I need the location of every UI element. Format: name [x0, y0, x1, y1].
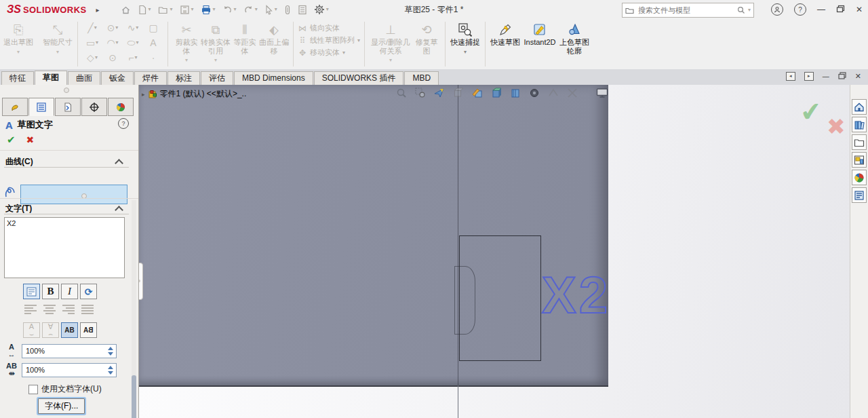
custom-properties-icon[interactable]	[852, 187, 867, 203]
caret-down-icon[interactable]: ▾	[213, 7, 216, 12]
tab-mbd-dimensions[interactable]: MBD Dimensions	[234, 71, 313, 85]
tree-expand-arrow-icon[interactable]: ▸	[142, 91, 145, 98]
spacing-spinner[interactable]	[106, 366, 115, 375]
search-box[interactable]: ▾	[622, 3, 754, 18]
align-right-icon[interactable]	[61, 304, 76, 315]
spin-down-icon[interactable]	[108, 352, 113, 356]
caret-down-icon[interactable]: ▾	[326, 7, 329, 12]
view-palette-icon[interactable]	[852, 152, 867, 168]
attachments-icon[interactable]	[282, 3, 293, 16]
width-factor-spinner[interactable]	[106, 347, 115, 356]
search-input[interactable]	[637, 5, 734, 15]
rotate-text-button[interactable]: ⟳	[80, 284, 97, 299]
part-edge[interactable]	[458, 85, 458, 385]
caret-down-icon[interactable]: ▾	[185, 57, 188, 63]
cancel-button[interactable]: ✖	[26, 134, 35, 145]
tab-weldments[interactable]: 焊件	[134, 71, 167, 85]
spacing-input[interactable]	[22, 365, 106, 375]
polygon-tool-icon[interactable]: ◇▾	[82, 52, 102, 63]
appearances-icon[interactable]	[852, 170, 867, 185]
select-icon[interactable]: ▾	[262, 3, 279, 16]
apply-scene-icon[interactable]	[490, 88, 502, 98]
restore-button[interactable]	[836, 3, 845, 16]
redo-icon[interactable]: ▾	[241, 3, 260, 16]
caret-down-icon[interactable]: ▾	[255, 7, 258, 12]
panel-scrollbar-thumb[interactable]	[132, 375, 136, 418]
sketch-text-preview[interactable]: X2	[542, 269, 610, 321]
sketch-line[interactable]	[458, 385, 458, 418]
zoom-fit-icon[interactable]	[395, 88, 408, 98]
caret-down-icon[interactable]: ▾	[234, 7, 237, 12]
close-button[interactable]: ✕	[856, 5, 863, 14]
tab-features[interactable]: 特征	[1, 71, 34, 85]
panel-help-icon[interactable]: ?	[118, 118, 129, 129]
pane-forward-icon[interactable]: ▸	[804, 72, 814, 81]
search-icon[interactable]	[737, 6, 745, 14]
linear-sketch-pattern-button[interactable]: ⠿线性草图阵列▾	[298, 35, 360, 45]
ellipse-tool-icon[interactable]: ⬭▾	[123, 37, 143, 49]
align-justify-icon[interactable]	[80, 304, 95, 315]
rapid-sketch-button[interactable]: 快速草图	[490, 20, 521, 47]
minimize-button[interactable]: —	[817, 5, 825, 14]
tab-sketch[interactable]: 草图	[35, 71, 67, 85]
menu-expand-arrow-icon[interactable]: ▸	[96, 6, 100, 14]
caret-down-icon[interactable]: ▾	[357, 38, 360, 43]
3d-sketch-icon[interactable]: ▢	[143, 22, 163, 33]
save-icon[interactable]: ▾	[178, 3, 196, 16]
tab-sheet-metal[interactable]: 钣金	[101, 71, 134, 85]
bold-button[interactable]: B	[42, 284, 59, 299]
panel-scrollbar[interactable]	[132, 200, 136, 416]
feature-manager-tab-icon[interactable]	[2, 98, 28, 116]
sketch-visibility-icon[interactable]	[547, 88, 559, 98]
home-icon[interactable]	[852, 99, 867, 115]
new-document-icon[interactable]: ▾	[136, 3, 153, 16]
help-icon[interactable]: ?	[794, 3, 806, 16]
options-gear-icon[interactable]: ▾	[312, 3, 331, 16]
print-icon[interactable]: ▾	[199, 3, 218, 16]
caret-down-icon[interactable]: ▾	[464, 49, 467, 55]
instant2d-button[interactable]: Instant2D	[521, 20, 559, 47]
document-minimize-button[interactable]: —	[823, 73, 829, 80]
caret-down-icon[interactable]: ▾	[149, 7, 151, 12]
spin-up-icon[interactable]	[108, 366, 113, 369]
section-view-icon[interactable]	[452, 88, 465, 98]
flip-vertical-up-button[interactable]: A⌣	[23, 322, 40, 338]
quick-snaps-button[interactable]: 快速捕捉 ▾	[450, 20, 481, 55]
confirmation-ok-icon[interactable]: ✔	[799, 96, 823, 128]
collapse-chevron-icon[interactable]	[115, 206, 123, 214]
panel-splitter-dot[interactable]	[64, 88, 69, 93]
caret-down-icon[interactable]: ▾	[17, 49, 20, 55]
spin-down-icon[interactable]	[108, 371, 113, 375]
relations-visibility-icon[interactable]	[566, 88, 578, 98]
tab-surfaces[interactable]: 曲面	[68, 71, 100, 85]
italic-button[interactable]: I	[61, 284, 78, 299]
document-restore-button[interactable]	[838, 70, 846, 82]
graphics-viewport[interactable]: X2 ▸ 零件1 (默认) <<默认>_.. ✔ ✖	[139, 85, 850, 418]
link-to-property-button[interactable]	[23, 284, 40, 299]
smart-dimension-button[interactable]: ⤡ 智能尺寸 ▾	[42, 20, 73, 55]
caret-down-icon[interactable]: ▾	[389, 57, 392, 63]
exit-sketch-button[interactable]: ⎘ 退出草图 ▾	[3, 20, 34, 55]
caret-down-icon[interactable]: ▾	[214, 57, 217, 63]
curve-section-header[interactable]: 曲线(C)	[0, 155, 130, 168]
flip-horizontal-back-button[interactable]: BA	[80, 322, 97, 338]
display-delete-relations-button[interactable]: ⊥ 显示/删除几何关系 ▾	[369, 20, 412, 63]
ok-button[interactable]: ✔	[7, 134, 16, 146]
document-close-button[interactable]: ✕	[855, 72, 861, 81]
configuration-manager-tab-icon[interactable]	[55, 98, 81, 116]
undo-icon[interactable]: ▾	[220, 3, 239, 16]
circle-tool-icon[interactable]: ⊙▾	[102, 22, 123, 33]
use-document-font-row[interactable]: 使用文档字体(U)	[28, 383, 102, 395]
repair-sketch-button[interactable]: ⟲ 修复草图	[412, 20, 441, 55]
fillet-tool-icon[interactable]: ⌐▾	[123, 52, 143, 63]
caret-down-icon[interactable]: ▾	[170, 7, 173, 12]
font-button[interactable]: 字体(F)...	[38, 398, 85, 414]
tab-mbd[interactable]: MBD	[404, 71, 439, 85]
tab-solidworks-addins[interactable]: SOLIDWORKS 插件	[314, 71, 404, 85]
task-list-icon[interactable]	[296, 3, 309, 16]
open-icon[interactable]: ▾	[156, 3, 175, 16]
account-icon[interactable]	[771, 3, 783, 16]
text-tool-icon[interactable]: A	[143, 37, 163, 48]
flip-horizontal-button[interactable]: AB	[61, 322, 78, 338]
caret-down-icon[interactable]: ▾	[191, 7, 194, 12]
